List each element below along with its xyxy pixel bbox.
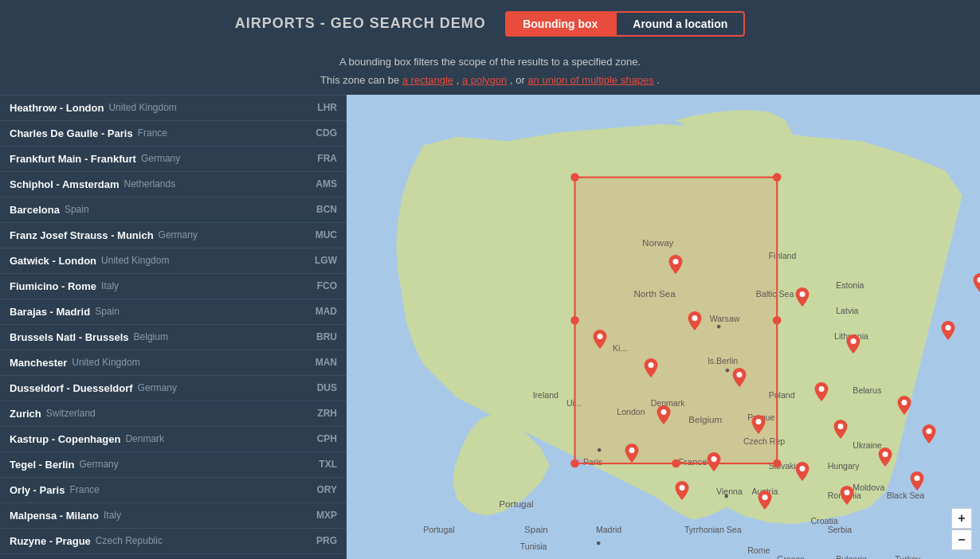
svg-text:Bulgaria: Bulgaria xyxy=(836,553,867,559)
airport-country: United Kingdom xyxy=(108,102,305,113)
airport-row[interactable]: Charles De Gaulle - Paris France CDG xyxy=(0,121,347,147)
airport-row[interactable]: Manchester United Kingdom MAN xyxy=(0,350,347,376)
map-pin[interactable] xyxy=(973,273,980,292)
airport-code: ORY xyxy=(305,484,337,495)
airport-row[interactable]: Kastrup - Copenhagen Denmark CPH xyxy=(0,427,347,452)
map-pin[interactable] xyxy=(644,358,658,377)
svg-point-72 xyxy=(629,447,634,452)
svg-point-54 xyxy=(773,459,782,468)
link-rectangle[interactable]: a rectangle xyxy=(402,74,453,86)
airport-country: France xyxy=(138,127,305,139)
map-pin[interactable] xyxy=(668,255,683,274)
map-pin[interactable] xyxy=(625,444,639,463)
map-pin[interactable] xyxy=(833,420,848,439)
airport-name: Tegel - Berlin xyxy=(10,459,74,471)
link-union[interactable]: an union of multiple shapes xyxy=(527,74,653,86)
tab-around-location[interactable]: Around a location xyxy=(615,11,745,37)
map-pin[interactable] xyxy=(910,471,924,491)
airport-name: Brussels Natl - Brussels xyxy=(10,331,129,343)
svg-point-62 xyxy=(850,338,856,344)
map-pin[interactable] xyxy=(593,330,607,349)
map-pin[interactable] xyxy=(814,382,829,401)
map-container[interactable]: Norway Finland Estonia Latvia Lithuania … xyxy=(347,95,980,559)
airport-row[interactable]: Schiphol - Amsterdam Netherlands AMS xyxy=(0,172,347,197)
svg-text:Tyrrhonian Sea: Tyrrhonian Sea xyxy=(684,524,742,534)
svg-point-77 xyxy=(762,494,767,500)
airport-name: Orly - Paris xyxy=(10,484,65,496)
airport-country: United Kingdom xyxy=(101,255,305,266)
airport-code: MAD xyxy=(305,306,337,317)
map-pin[interactable] xyxy=(846,334,860,354)
svg-text:●: ● xyxy=(596,537,601,546)
airport-row[interactable]: Frankfurt Main - Frankfurt Germany FRA xyxy=(0,147,347,172)
map-pin[interactable] xyxy=(707,452,721,471)
svg-text:Portugal: Portugal xyxy=(499,498,533,509)
svg-text:Spain: Spain xyxy=(524,523,548,534)
zoom-in-button[interactable]: + xyxy=(951,508,972,529)
airport-row[interactable]: Heathrow - London United Kingdom LHR xyxy=(0,96,347,121)
airport-code: CDG xyxy=(305,127,337,139)
map-pin[interactable] xyxy=(795,287,809,307)
map-pin[interactable] xyxy=(922,424,936,444)
airport-row[interactable]: Tegel - Berlin Germany TXL xyxy=(0,452,347,478)
airport-country: Germany xyxy=(159,229,305,240)
main-content: Heathrow - London United Kingdom LHR Cha… xyxy=(0,95,980,559)
svg-text:Hungary: Hungary xyxy=(828,461,860,471)
map-pin[interactable] xyxy=(758,491,772,510)
airport-name: Zurich xyxy=(10,408,41,420)
airport-list[interactable]: Heathrow - London United Kingdom LHR Cha… xyxy=(0,95,347,559)
svg-text:Portugal: Portugal xyxy=(423,524,454,534)
airport-country: United Kingdom xyxy=(72,357,305,368)
airport-country: Belgium xyxy=(134,331,305,342)
header: AIRPORTS - GEO SEARCH DEMO Bounding box … xyxy=(0,0,980,45)
airport-country: Switzerland xyxy=(46,408,305,419)
zoom-out-button[interactable]: − xyxy=(951,530,972,550)
airport-row[interactable]: Stansted - London United Kingdom STN xyxy=(0,554,347,559)
map-pin[interactable] xyxy=(688,311,702,330)
airport-row[interactable]: Brussels Natl - Brussels Belgium BRU xyxy=(0,325,347,350)
svg-text:Turkey: Turkey xyxy=(895,553,921,559)
airport-name: Schiphol - Amsterdam xyxy=(10,178,119,190)
airport-row[interactable]: Ruzyne - Prague Czech Republic PRG xyxy=(0,529,347,554)
map-pin[interactable] xyxy=(751,415,766,434)
airport-row[interactable]: Gatwick - London United Kingdom LGW xyxy=(0,248,347,274)
link-polygon[interactable]: a polygon xyxy=(462,74,507,86)
map-pin[interactable] xyxy=(840,486,854,505)
airport-country: Czech Republic xyxy=(96,535,305,546)
svg-text:Black Sea: Black Sea xyxy=(887,491,925,500)
tab-bounding-box[interactable]: Bounding box xyxy=(505,11,615,37)
svg-point-73 xyxy=(711,456,717,462)
svg-point-58 xyxy=(673,259,679,264)
airport-country: Germany xyxy=(141,153,305,164)
map-pin[interactable] xyxy=(878,448,892,467)
svg-point-76 xyxy=(680,485,685,491)
airport-code: CPH xyxy=(305,433,337,444)
airport-country: Italy xyxy=(104,510,305,521)
airport-country: France xyxy=(69,484,305,495)
map-pin[interactable] xyxy=(941,321,955,340)
svg-text:Madrid: Madrid xyxy=(596,524,621,534)
airport-code: PRG xyxy=(305,535,337,546)
map-pin[interactable] xyxy=(675,481,689,500)
airport-country: Italy xyxy=(101,280,305,291)
svg-text:Estonia: Estonia xyxy=(836,280,864,290)
airport-name: Dusseldorf - Duesseldorf xyxy=(10,382,133,394)
airport-row[interactable]: Orly - Paris France ORY xyxy=(0,478,347,503)
airport-name: Barcelona xyxy=(10,204,60,216)
map-pin[interactable] xyxy=(732,368,747,387)
map-pin[interactable] xyxy=(897,396,911,415)
airport-code: FCO xyxy=(305,280,337,291)
airport-row[interactable]: Zurich Switzerland ZRH xyxy=(0,401,347,427)
svg-point-55 xyxy=(672,459,680,468)
airport-row[interactable]: Barcelona Spain BCN xyxy=(0,197,347,223)
svg-point-74 xyxy=(800,466,806,471)
airport-row[interactable]: Barajas - Madrid Spain MAD xyxy=(0,299,347,325)
map-pin[interactable] xyxy=(795,462,809,481)
airport-row[interactable]: Malpensa - Milano Italy MXP xyxy=(0,503,347,529)
svg-text:●: ● xyxy=(724,491,729,500)
map-pin[interactable] xyxy=(657,405,671,424)
airport-name: Kastrup - Copenhagen xyxy=(10,433,120,445)
airport-row[interactable]: Franz Josef Strauss - Munich Germany MUC xyxy=(0,223,347,248)
airport-row[interactable]: Dusseldorf - Duesseldorf Germany DUS xyxy=(0,376,347,401)
airport-row[interactable]: Fiumicino - Rome Italy FCO xyxy=(0,274,347,299)
